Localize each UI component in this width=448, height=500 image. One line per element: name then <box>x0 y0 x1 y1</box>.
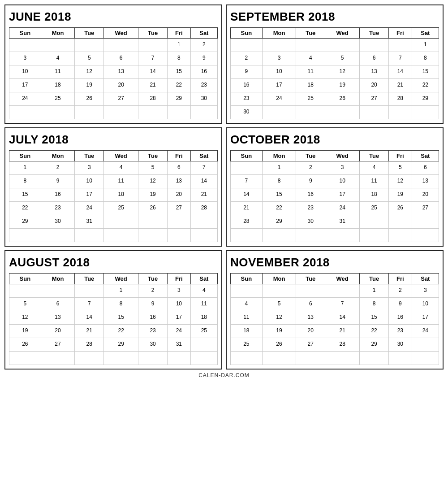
calendar-day-cell: 3 <box>75 161 104 175</box>
calendar-day-cell: 31 <box>168 338 191 352</box>
calendar-table-september-2018: SunMonTueWedTueFriSat1234567891011121314… <box>230 27 439 119</box>
calendar-day-cell: 18 <box>360 188 389 202</box>
calendar-day-cell <box>75 39 104 52</box>
calendar-day-cell <box>325 284 360 298</box>
calendar-day-cell <box>360 352 389 365</box>
calendar-day-cell: 24 <box>412 325 439 338</box>
calendar-day-cell <box>41 352 75 365</box>
calendar-table-august-2018: SunMonTueWedTueFriSat1234567891011121314… <box>9 273 218 365</box>
calendar-day-cell: 31 <box>325 215 360 229</box>
calendar-day-header: Sun <box>231 151 263 161</box>
calendar-day-header: Wed <box>104 274 138 284</box>
calendar-day-cell <box>412 215 439 229</box>
calendar-day-cell <box>104 106 138 119</box>
calendar-day-cell: 29 <box>104 338 138 352</box>
calendar-day-cell: 2 <box>231 52 263 65</box>
calendar-day-cell: 17 <box>325 188 360 202</box>
calendar-day-cell <box>360 106 389 119</box>
calendar-day-cell: 29 <box>412 92 439 106</box>
calendar-table-october-2018: SunMonTueWedTueFriSat1234567891011121314… <box>230 150 439 242</box>
calendar-day-cell: 20 <box>360 79 389 92</box>
calendar-day-cell: 2 <box>41 161 75 175</box>
calendar-day-cell <box>138 215 168 229</box>
calendar-title-september-2018: SEPTEMBER 2018 <box>230 10 439 24</box>
calendar-day-cell: 25 <box>296 92 325 106</box>
calendar-day-cell: 12 <box>389 175 412 188</box>
calendar-day-cell <box>190 229 217 242</box>
calendar-day-cell: 15 <box>104 311 138 325</box>
calendar-day-cell: 19 <box>75 79 104 92</box>
calendar-day-header: Mon <box>262 151 296 161</box>
calendar-table-november-2018: SunMonTueWedTueFriSat1234567891011121314… <box>230 273 439 365</box>
calendar-day-cell <box>75 352 104 365</box>
calendar-day-header: Tue <box>75 28 104 39</box>
calendar-day-cell <box>231 284 263 298</box>
calendar-day-cell: 14 <box>190 175 217 188</box>
calendar-day-header: Mon <box>262 274 296 284</box>
calendar-day-header: Tue <box>75 151 104 161</box>
calendar-day-cell: 24 <box>168 325 191 338</box>
calendar-day-cell <box>9 284 41 298</box>
calendar-day-cell <box>104 215 138 229</box>
calendar-day-cell: 12 <box>325 65 360 79</box>
calendar-day-cell <box>104 229 138 242</box>
calendar-day-cell: 14 <box>75 311 104 325</box>
calendar-day-header: Fri <box>389 151 412 161</box>
calendar-day-cell: 26 <box>262 338 296 352</box>
calendar-day-cell: 18 <box>231 325 263 338</box>
calendar-day-cell <box>190 352 217 365</box>
calendar-day-cell <box>231 161 263 175</box>
calendar-day-cell: 22 <box>9 202 41 215</box>
calendar-day-cell: 16 <box>296 188 325 202</box>
calendar-day-cell: 16 <box>389 311 412 325</box>
calendar-day-cell: 18 <box>190 311 217 325</box>
calendar-day-cell: 1 <box>168 39 191 52</box>
calendar-day-cell: 26 <box>75 92 104 106</box>
calendar-day-cell: 15 <box>262 188 296 202</box>
calendar-day-cell: 28 <box>75 338 104 352</box>
calendar-day-cell: 23 <box>231 92 263 106</box>
calendar-day-cell: 22 <box>412 79 439 92</box>
calendar-day-cell: 22 <box>104 325 138 338</box>
footer-text: CALEN-DAR.COM <box>198 372 250 378</box>
calendar-day-cell <box>138 229 168 242</box>
calendar-day-cell: 27 <box>104 92 138 106</box>
calendar-day-cell: 5 <box>75 52 104 65</box>
calendar-day-cell: 25 <box>190 325 217 338</box>
calendar-august-2018: AUGUST 2018SunMonTueWedTueFriSat12345678… <box>4 250 222 370</box>
calendar-day-cell: 28 <box>138 92 168 106</box>
calendar-day-header: Tue <box>296 274 325 284</box>
calendar-day-cell <box>262 284 296 298</box>
calendar-day-cell: 12 <box>138 175 168 188</box>
calendar-day-cell <box>325 352 360 365</box>
calendar-day-cell: 8 <box>9 175 41 188</box>
calendar-day-cell: 25 <box>360 202 389 215</box>
calendar-title-july-2018: JULY 2018 <box>9 133 218 147</box>
calendar-day-cell <box>262 39 296 52</box>
calendar-day-cell <box>168 106 191 119</box>
calendar-day-cell <box>412 352 439 365</box>
calendar-day-cell: 19 <box>262 325 296 338</box>
calendar-day-cell: 29 <box>9 215 41 229</box>
calendar-day-cell: 25 <box>41 92 75 106</box>
calendar-day-cell: 2 <box>190 39 217 52</box>
calendar-day-cell: 17 <box>75 188 104 202</box>
calendar-november-2018: NOVEMBER 2018SunMonTueWedTueFriSat123456… <box>226 250 444 370</box>
calendar-day-cell: 2 <box>296 161 325 175</box>
calendar-day-cell: 13 <box>360 65 389 79</box>
calendar-day-cell: 27 <box>41 338 75 352</box>
calendar-day-cell: 29 <box>168 92 191 106</box>
calendar-day-cell <box>262 352 296 365</box>
calendar-day-cell: 16 <box>138 311 168 325</box>
calendar-day-cell <box>41 284 75 298</box>
calendar-day-cell: 10 <box>168 298 191 311</box>
calendar-day-cell <box>41 106 75 119</box>
calendar-day-cell: 11 <box>296 65 325 79</box>
calendar-day-cell <box>360 229 389 242</box>
calendar-day-cell: 13 <box>168 175 191 188</box>
calendar-day-header: Sat <box>412 151 439 161</box>
calendar-day-cell: 25 <box>231 338 263 352</box>
calendar-day-cell: 6 <box>41 298 75 311</box>
calendar-day-header: Tue <box>296 151 325 161</box>
calendar-day-cell <box>231 39 263 52</box>
